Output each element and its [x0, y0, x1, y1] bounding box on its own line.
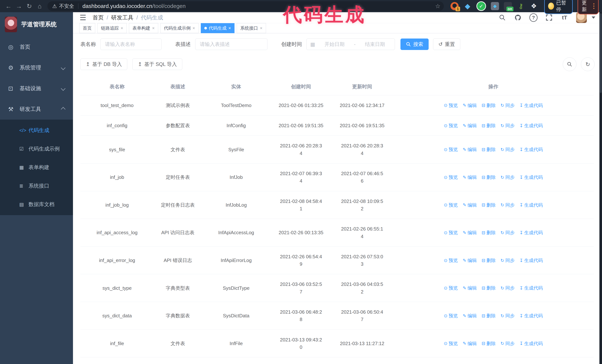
- tab-close-icon[interactable]: ×: [121, 26, 123, 31]
- sidebar-item-基础设施[interactable]: ⊡基础设施: [0, 78, 73, 99]
- reset-button[interactable]: ↺ 重置: [433, 39, 460, 50]
- scrollbar-thumb[interactable]: [600, 13, 602, 93]
- sync-link[interactable]: ↻同步: [501, 201, 515, 209]
- preview-link[interactable]: ⊙预览: [444, 340, 458, 347]
- tab-代码生成示例[interactable]: 代码生成示例×: [161, 23, 199, 33]
- tab-表单构建[interactable]: 表单构建×: [129, 23, 158, 33]
- create-time-range-picker[interactable]: ▦ 开始日期 - 结束日期: [306, 39, 395, 50]
- generate-code-link[interactable]: ↧生成代码: [519, 122, 543, 129]
- sidebar-item-首页[interactable]: ◎首页: [0, 37, 73, 57]
- generate-code-link[interactable]: ↧生成代码: [519, 229, 543, 236]
- extension-sliders-icon[interactable]: ◆: [491, 2, 499, 10]
- avatar-caret-icon[interactable]: [592, 16, 595, 19]
- delete-link[interactable]: ⊟删除: [482, 312, 496, 319]
- toggle-search-button[interactable]: [563, 57, 576, 71]
- sync-link[interactable]: ↻同步: [501, 174, 515, 181]
- browser-update-button[interactable]: 更新: [578, 0, 599, 14]
- generate-code-link[interactable]: ↧生成代码: [519, 257, 543, 264]
- preview-link[interactable]: ⊙预览: [444, 201, 458, 209]
- import-sql-button[interactable]: ↥ 基于 SQL 导入: [132, 59, 182, 70]
- sidebar-item-系统管理[interactable]: ⚙系统管理: [0, 57, 73, 78]
- preview-link[interactable]: ⊙预览: [444, 257, 458, 264]
- start-date-placeholder[interactable]: 开始日期: [318, 41, 350, 48]
- extension-gem-icon[interactable]: ◆: [463, 2, 472, 10]
- tab-链路追踪[interactable]: 链路追踪×: [97, 23, 127, 33]
- delete-link[interactable]: ⊟删除: [482, 102, 496, 109]
- reload-icon[interactable]: ↻: [24, 1, 34, 11]
- sidebar-item-研发工具[interactable]: ⚒研发工具: [0, 99, 73, 120]
- url-path[interactable]: /tool/codegen: [152, 3, 186, 9]
- generate-code-link[interactable]: ↧生成代码: [519, 312, 543, 319]
- delete-link[interactable]: ⊟删除: [482, 340, 496, 347]
- tab-close-icon[interactable]: ×: [228, 26, 231, 31]
- sidebar-logo[interactable]: 芋道管理系统: [0, 12, 73, 37]
- tab-close-icon[interactable]: ×: [260, 26, 262, 31]
- sidebar-subitem-代码生成示例[interactable]: ☑代码生成示例: [0, 140, 73, 158]
- url-host[interactable]: dashboard.yudao.iocoder.cn: [82, 3, 152, 9]
- sync-link[interactable]: ↻同步: [501, 340, 515, 347]
- preview-link[interactable]: ⊙预览: [444, 146, 458, 153]
- table-desc-input[interactable]: [195, 39, 268, 50]
- preview-link[interactable]: ⊙预览: [444, 284, 458, 291]
- edit-link[interactable]: ✎编辑: [463, 312, 477, 319]
- breadcrumb-item[interactable]: 首页: [93, 14, 104, 21]
- bookmark-star-icon[interactable]: ☆: [435, 3, 441, 10]
- github-icon[interactable]: [514, 13, 522, 22]
- preview-link[interactable]: ⊙预览: [444, 312, 458, 319]
- delete-link[interactable]: ⊟删除: [482, 257, 496, 264]
- edit-link[interactable]: ✎编辑: [463, 201, 477, 209]
- extension-switch-icon[interactable]: on: [504, 2, 512, 10]
- generate-code-link[interactable]: ↧生成代码: [519, 284, 543, 291]
- edit-link[interactable]: ✎编辑: [463, 146, 477, 153]
- extension-key-icon[interactable]: ⚷: [517, 2, 525, 10]
- edit-link[interactable]: ✎编辑: [463, 284, 477, 291]
- not-secure-label[interactable]: 不安全: [59, 3, 74, 10]
- preview-link[interactable]: ⊙预览: [444, 229, 458, 236]
- edit-link[interactable]: ✎编辑: [463, 229, 477, 236]
- sync-link[interactable]: ↻同步: [501, 229, 515, 236]
- refresh-table-button[interactable]: ↻: [581, 57, 595, 71]
- fullscreen-icon[interactable]: [545, 13, 553, 22]
- preview-link[interactable]: ⊙预览: [444, 102, 458, 109]
- preview-link[interactable]: ⊙预览: [444, 122, 458, 129]
- edit-link[interactable]: ✎编辑: [463, 102, 477, 109]
- tab-代码生成[interactable]: 代码生成×: [201, 23, 235, 33]
- search-button[interactable]: 搜索: [400, 39, 429, 50]
- sync-link[interactable]: ↻同步: [501, 284, 515, 291]
- delete-link[interactable]: ⊟删除: [482, 201, 496, 209]
- sidebar-subitem-数据库文档[interactable]: ▤数据库文档: [0, 195, 73, 214]
- end-date-placeholder[interactable]: 结束日期: [359, 41, 391, 48]
- sync-link[interactable]: ↻同步: [501, 312, 515, 319]
- delete-link[interactable]: ⊟删除: [482, 146, 496, 153]
- delete-link[interactable]: ⊟删除: [482, 122, 496, 129]
- page-scrollbar[interactable]: [599, 12, 602, 364]
- home-icon[interactable]: ⌂: [34, 1, 45, 11]
- preview-link[interactable]: ⊙预览: [444, 174, 458, 181]
- extension-colorzilla-icon[interactable]: 1: [451, 2, 459, 10]
- tab-系统接口[interactable]: 系统接口×: [237, 23, 266, 33]
- generate-code-link[interactable]: ↧生成代码: [519, 146, 543, 153]
- help-icon[interactable]: ?: [529, 13, 538, 22]
- sidebar-subitem-代码生成[interactable]: </>代码生成: [0, 121, 73, 140]
- edit-link[interactable]: ✎编辑: [463, 257, 477, 264]
- hamburger-icon[interactable]: ☰: [80, 13, 86, 22]
- back-icon[interactable]: ←: [3, 1, 14, 11]
- tab-close-icon[interactable]: ×: [152, 26, 155, 31]
- extension-check-icon[interactable]: ✓: [476, 1, 486, 11]
- generate-code-link[interactable]: ↧生成代码: [519, 102, 543, 109]
- edit-link[interactable]: ✎编辑: [463, 340, 477, 347]
- sync-link[interactable]: ↻同步: [501, 122, 515, 129]
- tab-close-icon[interactable]: ×: [193, 26, 195, 31]
- sync-link[interactable]: ↻同步: [501, 146, 515, 153]
- delete-link[interactable]: ⊟删除: [482, 174, 496, 181]
- forward-icon[interactable]: →: [14, 1, 24, 11]
- import-db-button[interactable]: ↥ 基于 DB 导入: [80, 59, 127, 70]
- delete-link[interactable]: ⊟删除: [482, 229, 496, 236]
- sidebar-subitem-表单构建[interactable]: ▦表单构建: [0, 158, 73, 177]
- breadcrumb-item[interactable]: 研发工具: [111, 14, 133, 21]
- font-size-icon[interactable]: tT: [560, 13, 569, 22]
- sync-link[interactable]: ↻同步: [501, 257, 515, 264]
- generate-code-link[interactable]: ↧生成代码: [519, 201, 543, 209]
- edit-link[interactable]: ✎编辑: [463, 122, 477, 129]
- profile-paused-chip[interactable]: 已暂停: [544, 0, 573, 14]
